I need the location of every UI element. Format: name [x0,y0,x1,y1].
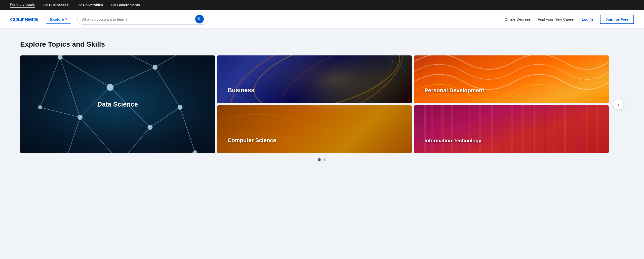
topic-label-information-technology: Information Technology [419,133,487,148]
topics-grid-wrapper: Data Science [20,55,609,153]
topic-card-computer-science[interactable]: Computer Science [217,105,412,153]
svg-point-21 [77,115,83,120]
explore-button[interactable]: Explore ▾ [46,15,71,24]
logo-text: coursera [10,15,38,23]
search-icon: 🔍 [197,17,202,22]
topic-card-information-technology[interactable]: Information Technology [414,105,609,153]
svg-line-11 [40,57,60,107]
pagination-dot-1[interactable] [318,158,321,161]
nav-governments-bold: Governments [117,3,140,7]
svg-line-2 [110,67,155,87]
explore-label: Explore [50,17,64,21]
header-links: Online Degrees Find your New Career Log … [504,15,634,24]
search-bar: 🔍 [77,14,208,25]
svg-line-1 [60,57,80,117]
logo[interactable]: coursera [10,15,38,23]
svg-line-15 [155,55,190,67]
svg-rect-46 [534,105,535,153]
online-degrees-link[interactable]: Online Degrees [504,17,531,21]
svg-point-23 [178,105,183,110]
nav-universities[interactable]: For Universities [77,3,103,7]
nav-universities-prefix: For [77,3,83,7]
topic-card-data-science[interactable]: Data Science [20,55,215,153]
carousel-pagination [20,158,624,161]
topic-label-personal-development: Personal Development [419,83,490,98]
topic-label-business: Business [222,82,260,98]
nav-businesses-bold: Businesses [49,3,69,7]
svg-line-12 [40,107,80,117]
chevron-right-icon: › [618,102,619,107]
svg-rect-43 [501,105,503,153]
nav-governments[interactable]: For Governments [111,3,140,7]
nav-individuals[interactable]: For Individuals [10,3,35,8]
svg-point-22 [148,125,153,130]
carousel-next-button[interactable]: › [613,99,624,110]
nav-governments-prefix: For [111,3,117,7]
join-free-button[interactable]: Join for Free [600,15,634,24]
svg-rect-45 [521,105,524,153]
top-navigation: For Individuals For Businesses For Unive… [0,0,644,10]
topic-label-computer-science: Computer Science [222,133,282,148]
svg-line-8 [120,127,150,153]
svg-rect-52 [596,105,598,153]
nav-businesses[interactable]: For Businesses [43,3,69,7]
svg-line-7 [80,117,120,153]
section-title: Explore Topics and Skills [20,40,624,48]
svg-point-26 [38,105,42,109]
svg-point-25 [193,150,197,153]
svg-rect-51 [586,105,588,153]
nav-individuals-bold: Individuals [16,3,35,7]
svg-point-19 [107,84,114,91]
svg-line-6 [150,107,180,127]
site-header: coursera Explore ▾ 🔍 Online Degrees Find… [0,10,644,28]
svg-line-16 [60,117,80,153]
chevron-down-icon: ▾ [65,17,67,21]
svg-rect-44 [511,105,513,153]
svg-rect-49 [564,105,566,153]
topics-carousel: Data Science [20,55,624,153]
nav-individuals-prefix: For [10,3,16,7]
svg-line-10 [120,152,195,153]
topic-card-business[interactable]: Business [217,55,412,103]
svg-line-5 [155,67,180,107]
main-content: Explore Topics and Skills [0,28,644,176]
svg-line-0 [60,57,110,87]
svg-point-18 [58,55,63,60]
svg-line-9 [180,107,195,152]
svg-rect-42 [491,105,493,153]
topic-card-personal-development[interactable]: Personal Development [414,55,609,103]
search-input[interactable] [82,17,193,21]
login-button[interactable]: Log In [582,17,593,21]
nav-businesses-prefix: For [43,3,49,7]
svg-rect-48 [554,105,555,153]
new-career-link[interactable]: Find your New Career [538,17,575,21]
search-button[interactable]: 🔍 [195,15,204,23]
topics-grid: Data Science [20,55,609,153]
nav-universities-bold: Universities [83,3,103,7]
pagination-dot-2[interactable] [323,158,326,161]
svg-point-20 [152,65,157,70]
svg-rect-47 [544,105,546,153]
svg-rect-50 [576,105,578,153]
topic-label-data-science: Data Science [92,96,143,113]
svg-line-14 [95,55,155,67]
svg-line-13 [60,55,95,57]
